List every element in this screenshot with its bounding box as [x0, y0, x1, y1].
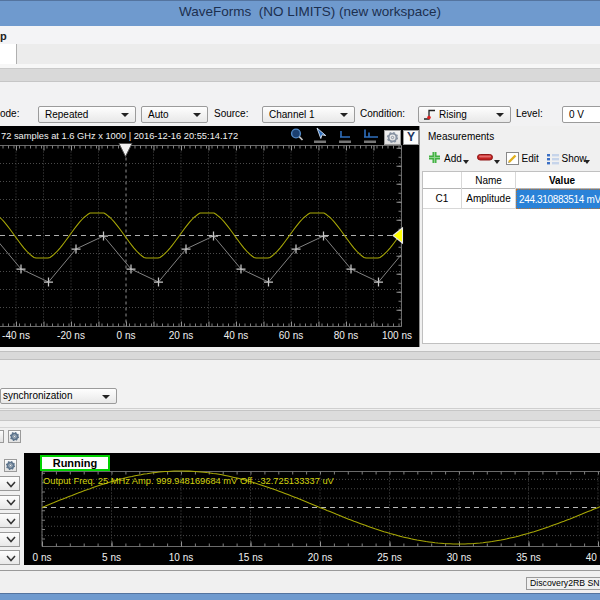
- svg-text:30 ns: 30 ns: [447, 552, 471, 563]
- svg-text:20 ns: 20 ns: [169, 330, 193, 341]
- svg-text:35 ns: 35 ns: [516, 552, 540, 563]
- svg-text:60 ns: 60 ns: [279, 330, 303, 341]
- svg-text:40 ns: 40 ns: [586, 552, 600, 563]
- svg-text:10 ns: 10 ns: [169, 552, 193, 563]
- svg-text:0 ns: 0 ns: [33, 552, 52, 563]
- svg-text:40 ns: 40 ns: [224, 330, 248, 341]
- svg-text:100 ns: 100 ns: [382, 330, 412, 341]
- svg-text:0 ns: 0 ns: [117, 330, 136, 341]
- svg-text:15 ns: 15 ns: [238, 552, 262, 563]
- svg-text:25 ns: 25 ns: [377, 552, 401, 563]
- svg-text:5 ns: 5 ns: [102, 552, 121, 563]
- svg-text:80 ns: 80 ns: [334, 330, 358, 341]
- svg-text:20 ns: 20 ns: [308, 552, 332, 563]
- svg-text:-40 ns: -40 ns: [2, 330, 30, 341]
- svg-text:-20 ns: -20 ns: [57, 330, 85, 341]
